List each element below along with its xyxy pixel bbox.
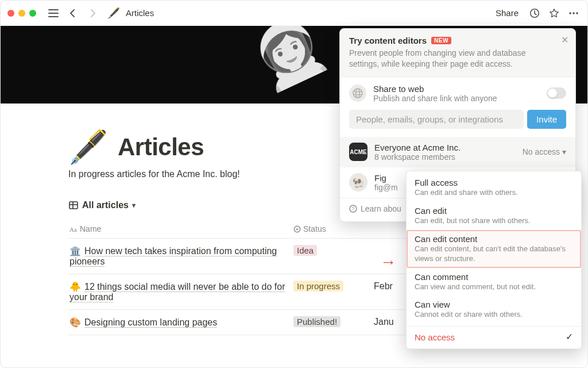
status-tag[interactable]: Idea (293, 245, 317, 256)
svg-point-7 (353, 89, 362, 98)
row-title[interactable]: Designing custom landing pages (84, 317, 217, 327)
option-title: Can edit (415, 206, 573, 216)
banner-description: Prevent people from changing view and da… (349, 48, 566, 70)
share-to-web-row: Share to web Publish and share link with… (340, 77, 575, 110)
share-web-sub: Publish and share link with anyone (373, 94, 540, 103)
svg-point-2 (572, 12, 575, 14)
permission-option[interactable]: Can viewCannot edit or share with others… (407, 296, 581, 324)
favorite-icon[interactable] (547, 6, 561, 20)
avatar: ACME (349, 143, 368, 161)
row-title[interactable]: 12 things social media will never be abl… (69, 282, 285, 302)
close-icon[interactable]: ✕ (561, 34, 568, 45)
member-name: Everyone at Acme Inc. (374, 143, 516, 152)
breadcrumb-icon: 🖋️ (107, 7, 120, 20)
more-icon[interactable] (567, 6, 581, 20)
content-editors-banner: Try content editors NEW Prevent people f… (340, 29, 575, 77)
option-title: Can comment (415, 272, 573, 282)
status-tag[interactable]: Published! (293, 316, 341, 327)
breadcrumb-title[interactable]: Articles (126, 8, 154, 18)
updates-icon[interactable] (528, 6, 541, 20)
invite-row: Invite (340, 110, 575, 137)
table-view-icon (68, 200, 79, 210)
share-web-title: Share to web (373, 84, 540, 94)
share-button[interactable]: Share (492, 7, 522, 19)
invite-input[interactable] (349, 110, 524, 129)
invite-button[interactable]: Invite (527, 110, 566, 129)
svg-point-6 (294, 226, 300, 232)
chevron-down-icon: ▾ (562, 147, 566, 156)
share-member-row: ACME Everyone at Acme Inc. 8 workspace m… (340, 137, 575, 167)
svg-point-8 (356, 89, 359, 98)
row-title[interactable]: How new tech takes inspiration from comp… (69, 246, 277, 266)
svg-rect-4 (69, 202, 78, 209)
permission-option[interactable]: Can edit contentCan edit content, but ca… (407, 230, 581, 268)
window-traffic-lights (7, 10, 36, 17)
avatar: 🐏 (349, 173, 368, 191)
nav-forward-icon (86, 6, 99, 20)
option-title: No access (415, 332, 573, 342)
articles-table: AaName Status 🏛️How new tech takes inspi… (68, 220, 448, 335)
permission-dropdown: → Full accessCan edit and share with oth… (406, 171, 582, 349)
svg-point-1 (569, 12, 571, 14)
select-property-icon (293, 225, 301, 233)
nav-back-icon[interactable] (66, 6, 80, 20)
option-title: Full access (415, 178, 573, 187)
sidebar-toggle-icon[interactable] (47, 6, 60, 20)
option-sub: Can edit, but not share with others. (415, 216, 573, 226)
cover-image: 👩‍🚀 (242, 26, 336, 98)
option-title: Can edit content (415, 234, 573, 244)
fullscreen-window[interactable] (29, 10, 36, 17)
banner-title: Try content editors (349, 36, 427, 45)
member-sub: 8 workspace members (374, 152, 516, 162)
row-icon: 🏛️ (69, 246, 81, 256)
permission-option[interactable]: Full accessCan edit and share with other… (407, 174, 581, 202)
table-row[interactable]: 🐥12 things social media will never be ab… (68, 274, 448, 310)
option-sub: Can edit and share with others. (415, 188, 573, 198)
column-header-status[interactable]: Status (292, 220, 373, 239)
check-icon: ✓ (566, 331, 573, 342)
page-icon[interactable]: 🖋️ (68, 131, 109, 163)
permission-option[interactable]: Can editCan edit, but not share with oth… (407, 202, 581, 230)
chevron-down-icon: ▾ (132, 201, 136, 209)
svg-text:?: ? (352, 206, 355, 212)
member-permission-select[interactable]: No access▾ (523, 147, 566, 156)
option-title: Can view (415, 300, 573, 309)
topbar: 🖋️ Articles Share (1, 1, 587, 26)
close-window[interactable] (7, 10, 14, 17)
option-sub: Cannot edit or share with others. (415, 310, 573, 320)
row-icon: 🐥 (69, 281, 81, 292)
permission-option[interactable]: No access✓ (407, 326, 581, 346)
permission-option[interactable]: Can commentCan view and comment, but not… (407, 268, 581, 296)
callout-arrow-icon: → (380, 253, 396, 271)
text-property-icon: Aa (69, 226, 78, 233)
view-label: All articles (82, 200, 129, 210)
table-row[interactable]: 🎨Designing custom landing pages Publishe… (68, 310, 448, 335)
column-header-name[interactable]: AaName (68, 220, 292, 239)
new-badge: NEW (431, 37, 451, 44)
help-icon: ? (349, 205, 357, 213)
option-sub: Can edit content, but can't edit the dat… (415, 244, 573, 264)
share-web-toggle[interactable] (547, 87, 566, 99)
option-sub: Can view and comment, but not edit. (415, 282, 573, 292)
page-title[interactable]: Articles (118, 133, 204, 161)
globe-icon (349, 85, 366, 102)
status-tag[interactable]: In progress (293, 281, 343, 292)
svg-point-3 (576, 12, 578, 14)
svg-text:Aa: Aa (69, 226, 77, 233)
row-icon: 🎨 (69, 317, 81, 328)
minimize-window[interactable] (18, 10, 25, 17)
